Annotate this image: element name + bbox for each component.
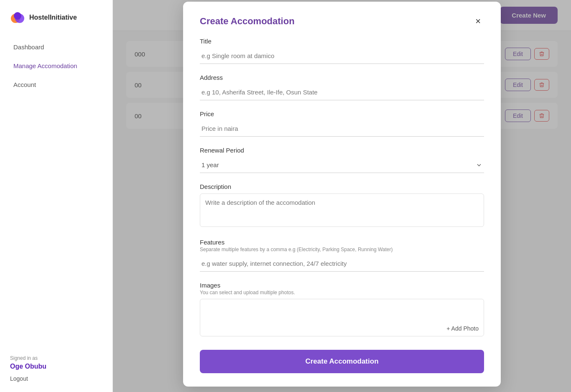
description-textarea[interactable] — [200, 193, 484, 227]
app-container: HostelInitiative Dashboard Manage Accomo… — [0, 0, 571, 392]
modal-header: Create Accomodation × — [200, 15, 484, 28]
sidebar-item-account[interactable]: Account — [7, 76, 106, 93]
price-label: Price — [200, 110, 484, 117]
title-label: Title — [200, 38, 484, 45]
features-field-group: Features Separate multiple features by a… — [200, 239, 484, 272]
renewal-period-select[interactable]: 1 year 6 months 3 months 1 month — [200, 157, 484, 173]
address-label: Address — [200, 74, 484, 81]
images-upload-area[interactable]: + Add Photo — [200, 299, 484, 336]
address-field-group: Address — [200, 74, 484, 100]
renewal-period-label: Renewal Period — [200, 147, 484, 154]
user-name: Oge Obubu — [10, 363, 102, 370]
logout-link[interactable]: Logout — [10, 375, 102, 382]
features-label: Features Separate multiple features by a… — [200, 239, 484, 252]
svg-point-2 — [14, 12, 21, 20]
add-photo-button[interactable]: + Add Photo — [446, 325, 479, 332]
description-field-group: Description — [200, 183, 484, 229]
signed-in-label: Signed in as — [10, 355, 102, 361]
address-input[interactable] — [200, 84, 484, 100]
main-content: Create New 000 Edit 00 Edit — [113, 0, 571, 392]
renewal-period-field-group: Renewal Period 1 year 6 months 3 months … — [200, 147, 484, 173]
title-input[interactable] — [200, 48, 484, 64]
price-input[interactable] — [200, 121, 484, 137]
logo-icon — [10, 10, 25, 25]
sidebar-navigation: Dashboard Manage Accomodation Account — [0, 38, 112, 93]
features-input[interactable] — [200, 256, 484, 272]
images-label: Images You can select and upload multipl… — [200, 282, 484, 295]
sidebar: HostelInitiative Dashboard Manage Accomo… — [0, 0, 113, 392]
sidebar-item-manage-accommodation[interactable]: Manage Accomodation — [7, 57, 106, 74]
images-sublabel: You can select and upload multiple photo… — [200, 290, 484, 295]
create-accommodation-button[interactable]: Create Accomodation — [200, 350, 484, 373]
features-sublabel: Separate multiple features by a comma e.… — [200, 247, 484, 252]
sidebar-item-dashboard[interactable]: Dashboard — [7, 38, 106, 56]
sidebar-footer: Signed in as Oge Obubu Logout — [0, 345, 112, 392]
title-field-group: Title — [200, 38, 484, 64]
modal-close-button[interactable]: × — [472, 15, 484, 28]
modal-title: Create Accomodation — [200, 16, 295, 27]
create-accommodation-modal: Create Accomodation × Title Address Pric… — [183, 2, 501, 387]
images-field-group: Images You can select and upload multipl… — [200, 282, 484, 336]
modal-overlay: Create Accomodation × Title Address Pric… — [113, 0, 571, 392]
app-name: HostelInitiative — [29, 14, 77, 21]
price-field-group: Price — [200, 110, 484, 137]
sidebar-logo: HostelInitiative — [0, 0, 112, 38]
description-label: Description — [200, 183, 484, 190]
